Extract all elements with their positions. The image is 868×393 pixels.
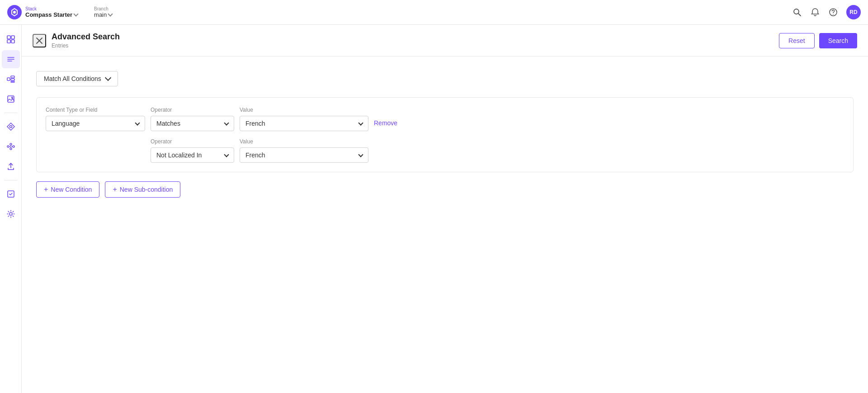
svg-rect-7 — [7, 40, 10, 43]
stack-info: Stack Compass Starter — [25, 6, 78, 18]
svg-point-18 — [9, 126, 12, 128]
condition-group: Content Type or Field Language Operator … — [36, 97, 854, 172]
svg-point-2 — [794, 9, 799, 14]
field-chevron-icon — [135, 120, 140, 125]
reset-button[interactable]: Reset — [779, 33, 815, 48]
sidebar-divider-2 — [5, 180, 17, 180]
value-chevron-icon-1 — [358, 120, 363, 125]
operator-chevron-icon-1 — [224, 120, 229, 125]
svg-rect-12 — [7, 78, 10, 80]
value-select-1[interactable]: French — [240, 116, 368, 131]
stack-chevron-icon — [73, 11, 78, 16]
svg-point-19 — [7, 146, 9, 147]
panel-header: Advanced Search Entries Reset Search — [22, 25, 868, 57]
main-content: Advanced Search Entries Reset Search Mat… — [22, 25, 868, 393]
value-value-1: French — [245, 120, 265, 127]
operator-label-2: Operator — [151, 138, 234, 145]
svg-point-20 — [10, 143, 12, 145]
sidebar-item-workflows[interactable] — [2, 137, 20, 156]
panel-body: Match All Conditions Content Type or Fie… — [22, 57, 868, 393]
new-subcondition-label: New Sub-condition — [120, 186, 173, 193]
svg-point-22 — [13, 146, 14, 147]
svg-point-1 — [13, 11, 16, 14]
sidebar-item-assets[interactable] — [2, 90, 20, 108]
match-condition-dropdown[interactable]: Match All Conditions — [36, 71, 118, 86]
bottom-actions: + New Condition + New Sub-condition — [36, 181, 854, 198]
value-column-2: Value French — [240, 138, 368, 163]
sidebar-item-deploy[interactable] — [2, 157, 20, 175]
remove-button-1[interactable]: Remove — [374, 119, 397, 127]
svg-rect-15 — [11, 81, 14, 82]
sidebar-item-tasks[interactable] — [2, 185, 20, 203]
user-avatar[interactable]: RD — [846, 5, 861, 19]
sidebar — [0, 25, 22, 393]
topnav-icons: RD — [792, 5, 861, 19]
svg-point-21 — [10, 148, 12, 150]
operator-value-1: Matches — [156, 120, 180, 127]
field-select[interactable]: Language — [46, 116, 145, 131]
condition-subrow-1: Operator Not Localized In Value French — [151, 138, 844, 163]
branch-info: Branch main — [94, 6, 112, 18]
svg-point-27 — [9, 213, 12, 215]
operator-select-1[interactable]: Matches — [151, 116, 234, 131]
sidebar-item-releases[interactable] — [2, 118, 20, 136]
branch-label: Branch — [94, 6, 112, 11]
field-label: Content Type or Field — [46, 107, 145, 113]
value-chevron-icon-2 — [358, 152, 363, 157]
condition-row-1: Content Type or Field Language Operator … — [46, 107, 844, 131]
sidebar-item-settings[interactable] — [2, 205, 20, 223]
operator-column-2: Operator Not Localized In — [151, 138, 234, 163]
new-condition-button[interactable]: + New Condition — [36, 181, 99, 198]
search-icon[interactable] — [792, 7, 802, 17]
value-label-2: Value — [240, 138, 368, 145]
operator-chevron-icon-2 — [224, 152, 229, 157]
search-button[interactable]: Search — [819, 33, 857, 48]
operator-value-2: Not Localized In — [156, 152, 202, 159]
svg-rect-14 — [11, 79, 14, 80]
help-icon[interactable] — [828, 7, 838, 17]
field-value: Language — [52, 120, 80, 127]
logo-area: Stack Compass Starter — [7, 5, 78, 19]
svg-point-4 — [833, 14, 834, 15]
panel-title: Advanced Search — [52, 32, 120, 42]
value-label-1: Value — [240, 107, 368, 113]
branch-chevron-icon — [108, 11, 113, 16]
operator-label-1: Operator — [151, 107, 234, 113]
logo-icon — [7, 5, 22, 19]
svg-rect-13 — [11, 76, 14, 78]
svg-rect-8 — [11, 40, 14, 43]
plus-icon-sub: + — [113, 185, 117, 194]
stack-name[interactable]: Compass Starter — [25, 11, 78, 18]
branch-name[interactable]: main — [94, 11, 112, 18]
svg-point-17 — [11, 97, 13, 99]
operator-column-1: Operator Matches — [151, 107, 234, 131]
topnav: Stack Compass Starter Branch main RD — [0, 0, 868, 25]
sidebar-item-entries[interactable] — [2, 50, 20, 68]
sidebar-item-content-types[interactable] — [2, 70, 20, 88]
value-select-2[interactable]: French — [240, 147, 368, 163]
panel-header-left: Advanced Search Entries — [33, 32, 120, 49]
panel-title-block: Advanced Search Entries — [52, 32, 120, 49]
close-button[interactable] — [33, 34, 46, 47]
match-condition-chevron-icon — [105, 75, 111, 81]
action-column-1: Remove — [374, 107, 397, 127]
operator-select-2[interactable]: Not Localized In — [151, 147, 234, 163]
value-column-1: Value French — [240, 107, 368, 131]
new-subcondition-button[interactable]: + New Sub-condition — [105, 181, 180, 198]
value-value-2: French — [245, 152, 265, 159]
panel-actions: Reset Search — [779, 33, 857, 48]
new-condition-label: New Condition — [51, 186, 92, 193]
notification-icon[interactable] — [810, 7, 820, 17]
match-condition-label: Match All Conditions — [44, 75, 101, 82]
panel-subtitle: Entries — [52, 43, 120, 49]
stack-label: Stack — [25, 6, 78, 11]
field-column: Content Type or Field Language — [46, 107, 145, 131]
plus-icon: + — [44, 185, 48, 194]
sidebar-item-dashboard[interactable] — [2, 30, 20, 48]
svg-rect-5 — [7, 36, 10, 39]
svg-rect-6 — [11, 36, 14, 39]
sidebar-divider-1 — [5, 113, 17, 113]
